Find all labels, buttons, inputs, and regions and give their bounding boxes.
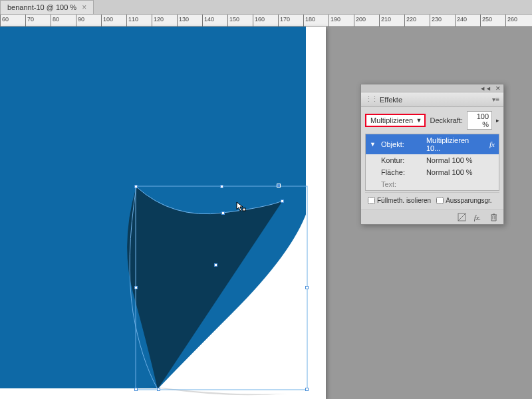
horizontal-ruler: 6070809010011012013014015016017018019020… [0, 15, 532, 27]
svg-line-3 [458, 213, 466, 221]
ruler-mark: 100 [101, 15, 113, 27]
grip-icon: ⋮⋮ [365, 95, 377, 104]
opacity-input[interactable]: 100 % [467, 111, 492, 130]
selection-handle[interactable] [220, 185, 223, 188]
document-tab-bar: benannt-10 @ 100 % × [0, 0, 532, 15]
close-icon[interactable]: × [82, 3, 86, 12]
selection-cursor-icon [236, 201, 247, 212]
artboard[interactable] [0, 27, 326, 399]
ruler-mark: 130 [177, 15, 189, 27]
selection-handle[interactable] [281, 200, 284, 203]
ruler-mark: 140 [202, 15, 214, 27]
isolate-blending-checkbox[interactable]: Füllmeth. isolieren [368, 197, 431, 204]
checkbox[interactable] [436, 197, 444, 204]
row-label: Text: [381, 180, 421, 188]
checkbox[interactable] [368, 197, 375, 204]
ruler-mark: 110 [126, 15, 138, 27]
opacity-flyout-icon[interactable]: ▸ [496, 117, 499, 124]
selection-handle[interactable] [134, 185, 138, 188]
panel-header[interactable]: ⋮⋮ Effekte ▾≡ [361, 92, 503, 107]
checkbox-label: Aussparungsgr. [446, 197, 492, 204]
ruler-mark: 180 [303, 15, 315, 27]
document-tab-title: benannt-10 @ 100 % [7, 3, 76, 11]
selection-center-handle[interactable] [277, 184, 281, 188]
ruler-mark: 210 [379, 15, 391, 27]
ruler-mark: 160 [253, 15, 265, 27]
effects-target-list: ▼ Objekt: Multiplizieren 10... fx ▼ Kont… [365, 134, 499, 191]
panel-footer: fx. [361, 209, 503, 224]
row-label: Fläche: [381, 168, 421, 176]
effects-row-text: ▼ Text: [366, 178, 499, 190]
effects-row-objekt[interactable]: ▼ Objekt: Multiplizieren 10... fx [366, 134, 499, 154]
ruler-mark: 240 [455, 15, 467, 27]
document-tab[interactable]: benannt-10 @ 100 % × [0, 0, 94, 14]
ruler-mark: 260 [505, 15, 517, 27]
effects-panel: ◄◄ ✕ ⋮⋮ Effekte ▾≡ Multiplizieren ▼ Deck… [360, 84, 504, 225]
ruler-mark: 60 [0, 15, 9, 27]
ruler-mark: 230 [430, 15, 442, 27]
ruler-mark: 90 [76, 15, 84, 27]
svg-rect-1 [243, 208, 245, 211]
blend-mode-value: Multiplizieren [370, 116, 413, 124]
panel-menu-icon[interactable]: ▾≡ [492, 96, 499, 103]
ruler-mark: 150 [227, 15, 239, 27]
panel-title: Effekte [380, 96, 402, 104]
ruler-mark: 70 [25, 15, 34, 27]
knockout-group-checkbox[interactable]: Aussparungsgr. [436, 197, 492, 204]
clear-effect-icon[interactable] [457, 213, 466, 222]
selection-handle[interactable] [134, 286, 138, 289]
opacity-label: Deckkraft: [430, 116, 463, 124]
ruler-mark: 120 [152, 15, 164, 27]
ruler-mark: 250 [480, 15, 492, 27]
selection-handle[interactable] [157, 388, 160, 391]
selection-handle[interactable] [305, 388, 309, 391]
ruler-mark: 80 [51, 15, 59, 27]
fx-badge-icon[interactable]: fx [489, 140, 495, 148]
blue-rectangle-shape[interactable] [0, 27, 306, 388]
selection-handle[interactable] [214, 263, 217, 267]
panel-collapse-icon[interactable]: ◄◄ [479, 85, 491, 92]
trash-icon[interactable] [489, 213, 498, 222]
ruler-mark: 190 [329, 15, 340, 27]
selection-handle[interactable] [305, 286, 309, 289]
blend-mode-dropdown[interactable]: Multiplizieren ▼ [365, 114, 426, 127]
selection-handle[interactable] [221, 211, 225, 215]
selection-handle[interactable] [134, 388, 138, 391]
panel-controls: ◄◄ ✕ [361, 84, 503, 92]
chevron-down-icon: ▼ [416, 117, 422, 124]
add-fx-icon[interactable]: fx. [473, 213, 482, 222]
effects-row-flaeche[interactable]: ▼ Fläche: Normal 100 % [366, 166, 499, 178]
ruler-mark: 220 [404, 15, 416, 27]
panel-checkboxes: Füllmeth. isolieren Aussparungsgr. [365, 192, 499, 205]
ruler-mark: 200 [354, 15, 366, 27]
ruler-mark: 170 [278, 15, 290, 27]
effects-row-kontur[interactable]: ▼ Kontur: Normal 100 % [366, 154, 499, 166]
canvas-workspace: ◄◄ ✕ ⋮⋮ Effekte ▾≡ Multiplizieren ▼ Deck… [0, 27, 532, 399]
row-label: Kontur: [381, 156, 421, 164]
panel-close-icon[interactable]: ✕ [495, 85, 501, 92]
row-value: Normal 100 % [426, 168, 495, 176]
row-value: Normal 100 % [426, 156, 495, 164]
row-label: Objekt: [381, 140, 421, 148]
row-value: Multiplizieren 10... [426, 136, 484, 152]
disclosure-icon[interactable]: ▼ [370, 141, 376, 148]
checkbox-label: Füllmeth. isolieren [377, 197, 431, 204]
